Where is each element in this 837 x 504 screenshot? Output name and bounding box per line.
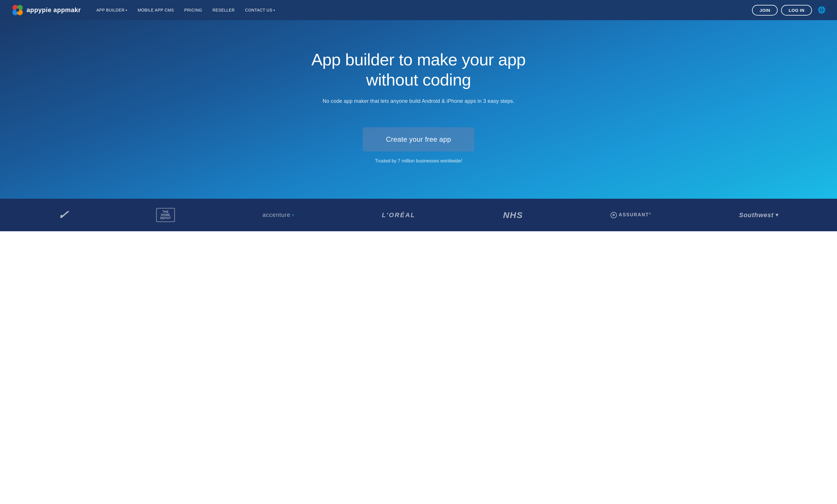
navbar: appypie appmakr APP BUILDER ▾ MOBILE APP… (0, 0, 837, 20)
brand-nhs: NHS (503, 210, 523, 220)
brand-accenture: accenture › (263, 212, 294, 218)
logo-icon (12, 4, 24, 16)
nav-contact-us[interactable]: CONTACT US ▾ (241, 5, 279, 15)
brand-assurant: ⊕ ASSURANT® (610, 212, 652, 218)
join-button[interactable]: JOIN (752, 5, 778, 16)
hero-title: App builder to make your app without cod… (289, 50, 548, 90)
brands-section: ✓ THEHOMEDEPOT accenture › L'ORÉAL NHS ⊕… (0, 199, 837, 231)
nav-links: APP BUILDER ▾ MOBILE APP CMS PRICING RES… (92, 5, 752, 15)
brand-name: appypie appmakr (26, 6, 81, 14)
brand-nike: ✓ (57, 208, 70, 222)
brand-southwest: Southwest♥ (739, 211, 779, 219)
login-button[interactable]: LOG IN (781, 5, 812, 16)
create-free-app-button[interactable]: Create your free app (363, 127, 474, 151)
chevron-down-icon: ▾ (126, 8, 127, 12)
svg-point-4 (16, 8, 19, 12)
brand-home-depot: THEHOMEDEPOT (156, 208, 175, 222)
hero-section: App builder to make your app without cod… (0, 20, 837, 199)
nav-reseller[interactable]: RESELLER (208, 5, 238, 15)
nav-app-builder[interactable]: APP BUILDER ▾ (92, 5, 131, 15)
logo[interactable]: appypie appmakr (12, 4, 81, 16)
hero-subtitle: No code app maker that lets anyone build… (322, 98, 514, 104)
nav-pricing[interactable]: PRICING (180, 5, 206, 15)
chevron-down-icon-contact: ▾ (273, 8, 275, 12)
nav-mobile-app-cms[interactable]: MOBILE APP CMS (134, 5, 178, 15)
nav-actions: JOIN LOG IN 🌐 (752, 5, 825, 16)
brand-loreal: L'ORÉAL (382, 211, 415, 219)
globe-icon[interactable]: 🌐 (818, 6, 825, 14)
trust-text: Trusted by 7 million businesses worldwid… (375, 158, 462, 164)
